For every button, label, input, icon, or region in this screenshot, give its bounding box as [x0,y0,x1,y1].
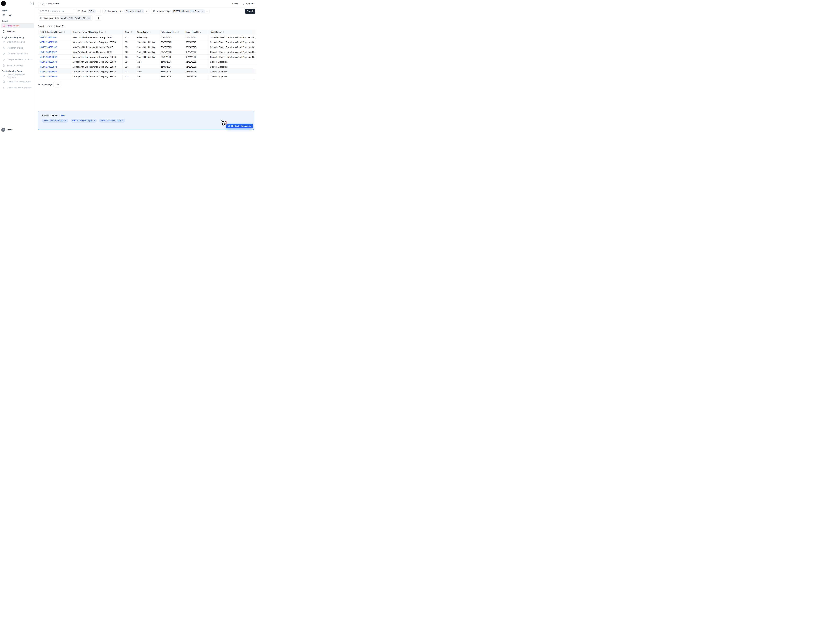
search-button[interactable]: Search [245,9,255,14]
results-table: SERFF Tracking NumberCompany Name / Comp… [38,29,257,79]
cell-status: Closed - Approved [208,69,257,74]
filing-link[interactable]: META-134430062 [40,56,57,58]
filing-link[interactable]: META-134335956 [40,75,57,78]
cell-status: Closed - Approved [208,64,257,69]
cell-submitted: 11/30/2024 [159,59,184,64]
column-header-state[interactable]: State [123,29,135,35]
chevron-down-icon[interactable] [146,11,147,12]
sidebar-item-filing-search[interactable]: Filing search [1,23,34,28]
state-filter[interactable]: State SC× [76,9,101,14]
company-name-filter[interactable]: Company name 2 items selected× [103,9,149,14]
clear-documents-button[interactable]: Clear [60,114,65,117]
filing-link[interactable]: META-134335974 [40,66,57,68]
table-row: META-134430062Metropolitan Life Insuranc… [38,54,257,59]
history-icon[interactable] [41,3,44,5]
column-header-filing-status[interactable]: Filing Status [208,29,257,35]
cell-status: Closed - Closed For Informational Purpos… [208,49,257,54]
chat-with-documents-button[interactable]: Chat with Documents [226,124,253,128]
selected-documents-panel: 3/50 documents Clear PRUD-134361680.pdf×… [38,111,254,130]
cell-tracking: META-134335974 [38,64,71,69]
sidebar-item-chat[interactable]: Chat [1,13,34,18]
serff-tracking-input[interactable] [38,9,74,14]
filing-link[interactable]: NWLT-134579162 [40,46,57,48]
cell-company: New York Life Insurance Company / 66915 [71,35,123,40]
cell-submitted: 11/30/2024 [159,74,184,79]
chevron-down-icon[interactable] [97,11,99,12]
remove-document-button[interactable]: × [94,120,95,122]
sort-ascending-icon[interactable] [149,31,151,33]
filing-link[interactable]: NWLT-134444901 [40,36,57,38]
disposition-filter-chip: Jan 01, 2025 - Aug 01, 2025× [60,16,91,20]
filing-link[interactable]: META-134335957 [40,71,57,73]
sidebar-item-create-regulatory-checklist: Create regulatory checklist [1,85,34,90]
sort-icon[interactable] [104,31,106,33]
avatar: M [1,128,5,132]
sidebar-item-label: Summarize filing [7,64,23,67]
sidebar-item-label: Chat [7,14,11,17]
chat-with-documents-label: Chat with Documents [231,125,252,127]
cell-type: Advertising [135,35,159,40]
globe-icon [78,10,80,12]
cell-type: Annual Certification [135,40,159,44]
cell-type: Rate [135,64,159,69]
history-toggle-group[interactable] [38,2,45,6]
cell-tracking: META-134571356 [38,40,71,44]
cell-company: Metropolitan Life Insurance Company / 65… [71,64,123,69]
column-header-disposition-date[interactable]: Disposition Date [184,29,208,35]
cell-state: SC [123,35,135,40]
cell-tracking: META-134430062 [38,54,71,59]
filing-link[interactable]: NWLT-134436127 [40,51,57,53]
filing-link[interactable]: META-134571356 [40,41,57,43]
remove-insurance-chip-button[interactable]: × [202,10,204,12]
topbar: Filing search michal Sign Out [35,0,257,8]
cell-submitted: 02/27/2025 [159,49,184,54]
insurance-type-filter[interactable]: Insurance type LTC03I Individual Long Te… [151,9,210,14]
cell-tracking: NWLT-134436127 [38,49,71,54]
column-header-company-name-company-code[interactable]: Company Name / Company Code [71,29,123,35]
disposition-date-filter[interactable]: Disposition date Jan 01, 2025 - Aug 01, … [38,15,93,20]
cell-tracking: META-134335956 [38,74,71,79]
remove-document-button[interactable]: × [122,120,123,122]
items-per-page-input[interactable]: 30 [53,81,61,87]
sidebar-item-timeline[interactable]: Timeline [1,29,34,34]
sign-out-button[interactable]: Sign Out [243,3,255,5]
cell-company: Metropolitan Life Insurance Company / 65… [71,74,123,79]
cell-state: SC [123,54,135,59]
cell-state: SC [123,59,135,64]
sort-icon[interactable] [177,31,180,33]
remove-company-chip-button[interactable]: × [142,10,143,12]
cell-state: SC [123,69,135,74]
add-filter-button[interactable]: + [95,15,102,20]
cell-company: Metropolitan Life Insurance Company / 65… [71,59,123,64]
remove-document-button[interactable]: × [65,120,66,122]
building-icon [104,10,107,12]
cell-state: SC [123,64,135,69]
user-name: michal [7,129,13,131]
sort-icon[interactable] [131,31,132,33]
sidebar: HomeChatSearchFiling searchTimelineInsig… [0,0,35,132]
remove-disposition-chip-button[interactable]: × [88,17,90,19]
disposition-filter-label: Disposition date [44,17,59,19]
sort-icon[interactable] [64,31,66,33]
sidebar-collapse-button[interactable] [30,2,34,5]
sidebar-item-label: Timeline [7,30,15,33]
sidebar-item-compare-in-force-products: Compare in-force products [1,57,34,62]
compare-products-icon [2,58,5,61]
summarize-filing-icon [2,64,5,67]
remove-state-chip-button[interactable]: × [93,10,94,12]
cell-company: Metropolitan Life Insurance Company / 65… [71,69,123,74]
sort-icon[interactable] [222,31,224,33]
column-header-serff-tracking-number[interactable]: SERFF Tracking Number [38,29,71,35]
document-chip: NWLT-134436127.pdf× [99,119,125,123]
sidebar-user-row[interactable]: M michal [0,127,35,132]
filing-link[interactable]: META-134335973 [40,61,57,63]
cell-state: SC [123,44,135,49]
table-row: META-134335974Metropolitan Life Insuranc… [38,64,257,69]
column-header-submission-date[interactable]: Submission Date [159,29,184,35]
document-chip: META-134335973.pdf× [71,119,97,123]
chevron-down-icon[interactable] [206,11,208,12]
sort-icon[interactable] [202,31,204,33]
chevron-right-icon[interactable] [39,3,41,5]
column-header-filing-type[interactable]: Filing Type [135,29,159,35]
chat-bubble-icon [228,125,230,127]
